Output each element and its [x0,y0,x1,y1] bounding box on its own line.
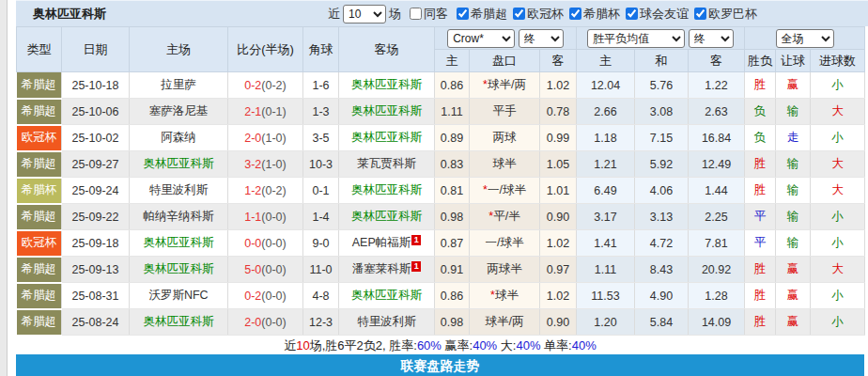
league-filter-checkbox-1[interactable] [513,8,525,20]
away-team: 奥林匹亚科斯 [339,283,435,309]
result-outcome: 胜 [745,72,776,99]
summary-segment: 10 [296,338,309,352]
avg-home: 1.21 [577,151,635,178]
handicap-line: 两球 [470,125,540,151]
col-header-home: 主场 [130,27,228,72]
avg-away: 20.92 [689,257,745,283]
corners: 11-0 [303,257,339,283]
away-team: AEP帕福斯1 [339,230,435,257]
league-filter-1[interactable]: 欧冠杯 [507,6,564,23]
league-filter-checkbox-4[interactable] [694,8,706,20]
match-row: 希腊超25-09-27奥林匹亚科斯3-2(1-0)10-3莱瓦贾科斯0.83球半… [17,151,865,178]
col-subheader-odds-home: 主 [435,50,470,72]
odds-home: 0.81 [435,178,470,204]
handicap-line: *球半 [470,283,540,309]
summary-segment: 近 [284,338,296,352]
result-goals: 小 [811,230,865,257]
result-outcome: 胜 [745,178,776,204]
league-handicap-trend-bar[interactable]: 联赛盘路走势 [16,354,864,376]
match-score: 5-0(0-0) [228,257,303,283]
avg-final-select[interactable]: 终 [689,29,734,48]
recent-count-select[interactable]: 10 [343,5,386,24]
league-filter-checkbox-0[interactable] [457,8,469,20]
match-type-badge: 希腊超 [17,99,62,125]
result-outcome: 胜 [745,151,776,178]
avg-select-group: 胜平负均值 终 [577,27,745,50]
match-type-badge: 欧冠杯 [17,230,62,257]
match-date: 25-09-18 [62,230,130,257]
handicap-line: 球半/两 [470,309,540,336]
avg-away: 2.63 [689,99,745,125]
match-type-badge: 欧冠杯 [17,125,62,151]
result-goals: 小 [811,125,865,151]
corners: 12-3 [303,309,339,336]
col-subheader-result-outcome: 胜负 [745,50,776,72]
recent-label: 近 [328,6,340,23]
same-venue-checkbox-label[interactable]: 同客 [404,6,448,23]
avg-home: 11.53 [577,283,635,309]
col-subheader-result-goals: 进球数 [811,50,865,72]
avg-away: 12.49 [689,151,745,178]
league-filter-4[interactable]: 欧罗巴杯 [689,6,757,23]
odds-home: 0.83 [435,151,470,178]
odds-final-select[interactable]: 终 [519,29,564,48]
away-team: 特里波利斯 [339,309,435,336]
col-subheader-odds-away: 客 [540,50,577,72]
avg-away: 1.22 [689,72,745,99]
result-goals: 大 [811,178,865,204]
result-goals: 小 [811,283,865,309]
league-filter-2[interactable]: 希腊杯 [564,6,620,23]
avg-away: 1.28 [689,283,745,309]
result-outcome: 平 [745,230,776,257]
odds-away: 1.05 [540,151,577,178]
match-score: 3-2(1-0) [228,151,303,178]
topbar: 奥林匹亚科斯 近 10 场 同客 希腊超欧冠杯希腊杯球会友谊欧罗巴杯 [16,0,868,26]
footer-bar-label: 联赛盘路走势 [401,358,480,373]
odds-away: 0.99 [540,125,577,151]
avg-draw: 7.15 [635,125,689,151]
match-type-badge: 希腊超 [17,72,62,99]
match-date: 25-10-18 [62,72,130,99]
scope-select[interactable]: 全场 [776,29,834,48]
odds-source-select[interactable]: Crow* [447,29,515,48]
result-handicap: 赢 [776,72,811,99]
avg-home: 12.04 [577,72,635,99]
summary-segment: 单率: [540,338,571,352]
league-filter-0[interactable]: 希腊超 [451,6,507,23]
summary-segment: 40% [516,338,540,352]
result-goals: 小 [811,72,865,99]
avg-draw: 3.13 [635,204,689,230]
match-score: 1-1(0-0) [228,204,303,230]
red-card-badge: 1 [411,235,421,245]
summary-segment: 40% [473,338,497,352]
avg-source-select[interactable]: 胜平负均值 [587,29,685,48]
col-header-date: 日期 [62,27,130,72]
corners: 10-3 [303,151,339,178]
avg-home: 1.41 [577,230,635,257]
home-team: 奥林匹亚科斯 [130,257,228,283]
odds-away: 0.97 [540,257,577,283]
handicap-star: * [490,289,495,302]
handicap-line: 平手 [470,99,540,125]
odds-home: 0.89 [435,125,470,151]
avg-home: 3.17 [577,204,635,230]
col-subheader-avg-draw: 和 [635,50,689,72]
match-row: 希腊超25-08-24奥林匹亚科斯2-0(0-0)12-3特里波利斯0.98球半… [17,309,865,336]
match-row: 欧冠杯25-09-18奥林匹亚科斯0-0(0-0)9-0AEP帕福斯10.87一… [17,230,865,257]
league-filter-checkbox-2[interactable] [569,8,581,20]
match-score: 2-0(1-0) [228,125,303,151]
match-score: 1-2(0-2) [228,178,303,204]
result-goals: 小 [811,204,865,230]
league-filter-checkbox-3[interactable] [626,8,638,20]
league-filter-3[interactable]: 球会友谊 [620,6,689,23]
summary-segment: 场,胜6平2负2, 胜率: [310,338,417,352]
handicap-line: *球半/两 [470,72,540,99]
home-team: 阿森纳 [130,125,228,151]
corners: 9-0 [303,230,339,257]
result-handicap: 输 [776,151,811,178]
avg-draw: 4.06 [635,178,689,204]
match-date: 25-10-02 [62,125,130,151]
avg-draw: 4.72 [635,230,689,257]
same-venue-checkbox[interactable] [410,8,422,20]
corners: 1-4 [303,204,339,230]
